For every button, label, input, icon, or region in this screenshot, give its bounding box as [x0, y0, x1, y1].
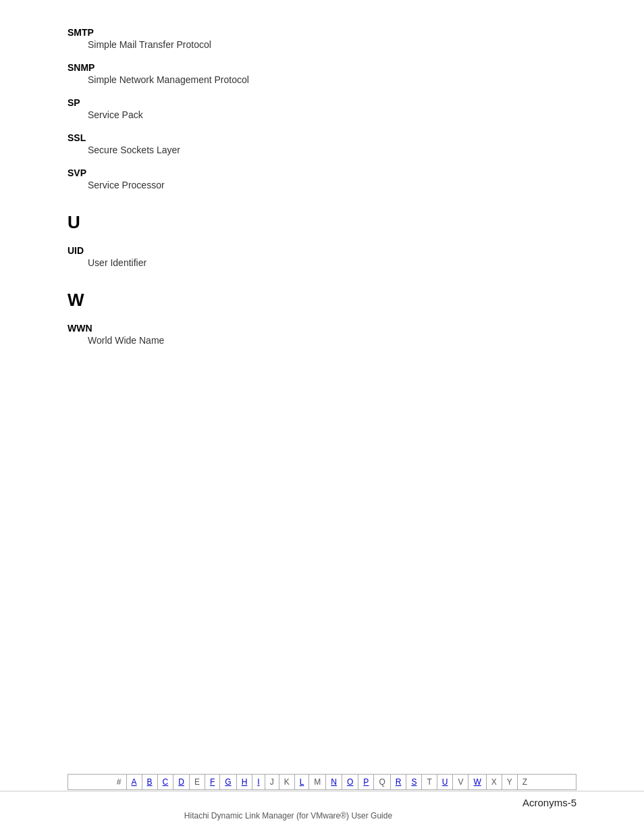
- def-smtp: Simple Mail Transfer Protocol: [88, 39, 576, 50]
- nav-item-n[interactable]: N: [326, 775, 342, 789]
- nav-item-u[interactable]: U: [437, 775, 454, 789]
- nav-item-g[interactable]: G: [220, 775, 236, 789]
- alphabet-nav: #ABCDEFGHIJKLMNOPQRSTUVWXYZ: [68, 774, 576, 790]
- nav-item-k: K: [279, 775, 295, 789]
- term-ssl: SSL: [68, 132, 576, 143]
- page-footer: Acronyms-5 Hitachi Dynamic Link Manager …: [0, 791, 644, 820]
- entry-uid: UID User Identifier: [68, 245, 576, 268]
- nav-item-j: J: [265, 775, 279, 789]
- nav-item-p[interactable]: P: [358, 775, 374, 789]
- def-ssl: Secure Sockets Layer: [88, 145, 576, 155]
- entry-sp: SP Service Pack: [68, 97, 576, 120]
- nav-item-w[interactable]: W: [468, 775, 486, 789]
- nav-item-s[interactable]: S: [406, 775, 422, 789]
- def-wwn: World Wide Name: [88, 335, 576, 346]
- nav-item-l[interactable]: L: [295, 775, 310, 789]
- page-content: SMTP Simple Mail Transfer Protocol SNMP …: [0, 0, 644, 439]
- entry-snmp: SNMP Simple Network Management Protocol: [68, 62, 576, 85]
- def-uid: User Identifier: [88, 257, 576, 268]
- term-svp: SVP: [68, 167, 576, 178]
- section-heading-u: U: [68, 212, 576, 233]
- nav-item-y: Y: [502, 775, 518, 789]
- term-sp: SP: [68, 97, 576, 108]
- nav-item-o[interactable]: O: [342, 775, 358, 789]
- entry-wwn: WWN World Wide Name: [68, 323, 576, 346]
- nav-item-#: #: [112, 775, 127, 789]
- nav-item-e: E: [190, 775, 205, 789]
- nav-item-x: X: [487, 775, 502, 789]
- nav-item-h[interactable]: H: [237, 775, 253, 789]
- nav-item-m: M: [309, 775, 326, 789]
- nav-item-d[interactable]: D: [173, 775, 190, 789]
- def-sp: Service Pack: [88, 109, 576, 120]
- nav-item-i[interactable]: I: [252, 775, 265, 789]
- term-wwn: WWN: [68, 323, 576, 334]
- term-uid: UID: [68, 245, 576, 256]
- nav-item-v: V: [453, 775, 468, 789]
- nav-item-b[interactable]: B: [142, 775, 158, 789]
- term-snmp: SNMP: [68, 62, 576, 73]
- nav-item-f[interactable]: F: [205, 775, 220, 789]
- entry-smtp: SMTP Simple Mail Transfer Protocol: [68, 27, 576, 50]
- section-heading-w: W: [68, 290, 576, 311]
- nav-item-r[interactable]: R: [391, 775, 407, 789]
- nav-item-z: Z: [518, 775, 532, 789]
- term-smtp: SMTP: [68, 27, 576, 38]
- page-number: Acronyms-5: [522, 797, 576, 808]
- def-svp: Service Processor: [88, 180, 576, 190]
- nav-item-a[interactable]: A: [127, 775, 142, 789]
- footer-title: Hitachi Dynamic Link Manager (for VMware…: [0, 811, 576, 820]
- entry-svp: SVP Service Processor: [68, 167, 576, 190]
- nav-item-q: Q: [374, 775, 390, 789]
- entry-ssl: SSL Secure Sockets Layer: [68, 132, 576, 155]
- def-snmp: Simple Network Management Protocol: [88, 74, 576, 85]
- nav-item-c[interactable]: C: [158, 775, 174, 789]
- nav-item-t: T: [422, 775, 437, 789]
